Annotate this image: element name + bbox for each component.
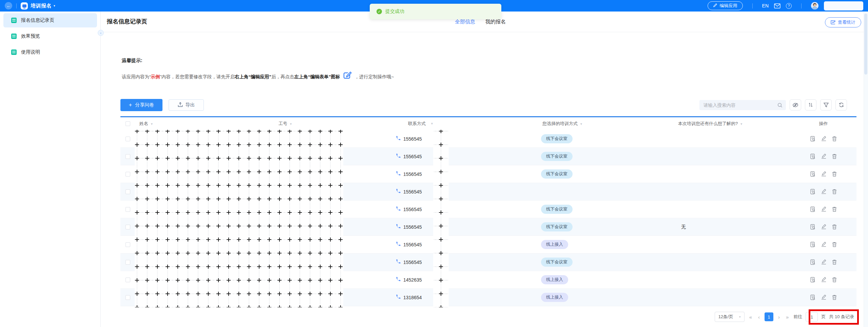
delete-record-icon[interactable] [832, 136, 837, 142]
edit-record-icon[interactable] [821, 259, 827, 265]
phone-number: 1556545 [403, 136, 422, 142]
row-checkbox[interactable] [126, 295, 130, 300]
row-checkbox[interactable] [126, 207, 130, 212]
column-header-training-method[interactable]: 您选择的培训方式▼ [527, 121, 658, 127]
column-header-actions: 操作 [790, 121, 856, 127]
delete-record-icon[interactable] [832, 206, 837, 212]
column-header-contact[interactable]: 联系方式▼ [392, 121, 527, 127]
search-input[interactable] [699, 103, 777, 108]
edit-app-button[interactable]: 编辑应用 [708, 1, 743, 10]
edit-record-icon[interactable] [821, 224, 827, 230]
filter-button[interactable] [820, 99, 832, 110]
sidebar-collapse-button[interactable]: ‹ [98, 30, 104, 36]
help-icon[interactable]: ? [786, 3, 792, 9]
hide-columns-button[interactable] [790, 99, 801, 110]
app-dropdown-caret-icon[interactable]: ▾ [54, 4, 55, 7]
tab-my-registration[interactable]: 我的报名 [485, 19, 506, 25]
tips-block: 温馨提示: 该应用内容为“示例”内容，若您需要修改字段，请先开启右上角“编辑应用… [122, 58, 394, 82]
tab-all-info[interactable]: 全部信息 [455, 19, 475, 25]
phone-number: 1556545 [403, 207, 422, 212]
cell-actions [790, 242, 856, 247]
column-header-employee-id[interactable]: 工号▼ [274, 121, 392, 127]
sidebar-item-instructions[interactable]: 使用说明 [3, 45, 97, 59]
view-statistics-button[interactable]: 查看统计 [825, 17, 861, 27]
column-header-questions[interactable]: 本次培训您还有什么想了解的?▼ [658, 121, 790, 127]
delete-record-icon[interactable] [832, 242, 837, 247]
row-checkbox[interactable] [126, 242, 130, 247]
language-switch[interactable]: EN [762, 3, 769, 8]
pencil-icon [713, 3, 717, 8]
share-questionnaire-button[interactable]: + 分享问卷 [120, 99, 162, 111]
back-button[interactable]: ← [5, 2, 12, 9]
edit-record-icon[interactable] [821, 189, 827, 195]
page-size-select[interactable]: 12条/页 ▾ [715, 312, 745, 322]
column-header-name[interactable]: 姓名▼ [135, 121, 274, 127]
sidebar-item-record-page[interactable]: 报名信息记录页 [3, 13, 97, 27]
sort-button[interactable] [805, 99, 816, 110]
search-box [699, 100, 786, 110]
export-button[interactable]: 导出 [169, 99, 204, 111]
scrollbar-thumb[interactable] [864, 14, 867, 75]
view-record-icon[interactable] [810, 259, 816, 265]
view-record-icon[interactable] [810, 294, 816, 300]
view-record-icon[interactable] [810, 277, 816, 283]
edit-record-icon[interactable] [821, 206, 827, 212]
redaction-mask-phone-tail [433, 130, 449, 307]
phone-icon [396, 136, 401, 142]
next-page-button[interactable]: › [777, 314, 781, 320]
delete-record-icon[interactable] [832, 154, 837, 159]
view-record-icon[interactable] [810, 136, 816, 142]
view-record-icon[interactable] [810, 242, 816, 247]
delete-record-icon[interactable] [832, 189, 837, 195]
delete-record-icon[interactable] [832, 259, 837, 265]
view-record-icon[interactable] [810, 206, 816, 212]
delete-record-icon[interactable] [832, 294, 837, 300]
view-record-icon[interactable] [810, 154, 816, 159]
row-checkbox[interactable] [126, 225, 130, 229]
edit-record-icon[interactable] [821, 136, 827, 142]
cell-training-method: 线下会议室 [527, 222, 658, 231]
last-page-button[interactable]: » [785, 314, 790, 320]
row-checkbox[interactable] [126, 172, 130, 177]
refresh-button[interactable] [835, 99, 847, 110]
avatar[interactable] [811, 2, 818, 9]
first-page-button[interactable]: « [748, 314, 753, 320]
view-record-icon[interactable] [810, 189, 816, 195]
select-all-checkbox[interactable] [126, 121, 130, 126]
view-record-icon[interactable] [810, 171, 816, 177]
edit-record-icon[interactable] [821, 294, 827, 300]
row-checkbox[interactable] [126, 189, 130, 194]
row-checkbox[interactable] [126, 137, 130, 141]
column-caret-icon[interactable]: ▼ [580, 122, 583, 126]
goto-page-input[interactable] [806, 312, 818, 322]
phone-icon [396, 259, 401, 265]
sidebar-item-preview[interactable]: 效果预览 [3, 29, 97, 43]
current-page-button[interactable]: 1 [765, 312, 773, 321]
edit-record-icon[interactable] [821, 154, 827, 159]
mail-icon[interactable] [774, 3, 780, 8]
column-caret-icon[interactable]: ▼ [740, 122, 743, 126]
column-caret-icon[interactable]: ▼ [150, 122, 153, 126]
edit-record-icon[interactable] [821, 277, 827, 283]
edit-record-icon[interactable] [821, 242, 827, 247]
prev-page-button[interactable]: ‹ [757, 314, 761, 320]
scrollbar-track[interactable] [864, 12, 868, 327]
row-checkbox[interactable] [126, 278, 130, 282]
row-checkbox[interactable] [126, 260, 130, 265]
edit-record-icon[interactable] [821, 171, 827, 177]
phone-icon [396, 189, 401, 195]
training-method-tag: 线下会议室 [541, 258, 573, 267]
column-caret-icon[interactable]: ▼ [289, 122, 292, 126]
view-record-icon[interactable] [810, 224, 816, 230]
delete-record-icon[interactable] [832, 171, 837, 177]
row-checkbox[interactable] [126, 154, 130, 159]
plus-icon: + [129, 102, 132, 108]
edit-form-icon[interactable] [343, 70, 352, 81]
search-icon[interactable] [777, 103, 783, 108]
column-caret-icon[interactable]: ▼ [430, 122, 433, 125]
page-title: 报名信息记录页 [107, 18, 147, 25]
app-title[interactable]: 培训报名 [31, 3, 52, 9]
delete-record-icon[interactable] [832, 224, 837, 230]
delete-record-icon[interactable] [832, 277, 837, 283]
cell-actions [790, 206, 856, 212]
